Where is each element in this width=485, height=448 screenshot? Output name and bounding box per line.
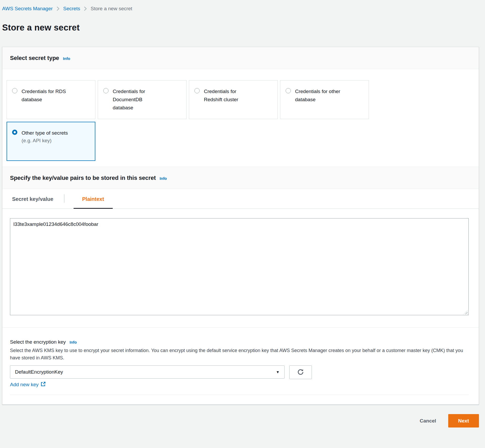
option-label: Credentials for RDS database	[22, 87, 66, 104]
radio-selected-icon[interactable]	[12, 130, 17, 135]
refresh-keys-button[interactable]	[289, 365, 312, 379]
radio-unselected-icon[interactable]	[286, 88, 291, 93]
option-credentials-documentdb[interactable]: Credentials for DocumentDB database	[98, 80, 187, 119]
option-label: Credentials for Redshift cluster	[204, 87, 238, 104]
cancel-button[interactable]: Cancel	[420, 418, 436, 424]
key-value-tabs: Secret key/value Plaintext	[2, 189, 479, 209]
option-label: Other type of secrets	[22, 130, 68, 136]
plaintext-secret-textarea[interactable]: l33te3xample01234d646c8c004foobar	[10, 218, 469, 315]
tab-plaintext[interactable]: Plaintext	[74, 189, 113, 208]
plaintext-editor-area: l33te3xample01234d646c8c004foobar	[2, 209, 479, 315]
secret-type-options: Credentials for RDS database Credentials…	[2, 69, 479, 167]
select-secret-type-header: Select secret type Info	[2, 47, 479, 69]
store-secret-panel: Select secret type Info Credentials for …	[2, 47, 479, 405]
encryption-key-info-link[interactable]: Info	[70, 340, 77, 344]
select-secret-type-heading: Select secret type	[10, 55, 59, 61]
encryption-key-selected-value: DefaultEncryptionKey	[15, 369, 63, 375]
tab-divider	[64, 194, 64, 203]
add-new-key-label: Add new key	[10, 382, 39, 388]
option-credentials-other-database[interactable]: Credentials for other database	[280, 80, 369, 119]
add-new-key-link[interactable]: Add new key	[10, 381, 46, 388]
option-other-type-of-secrets[interactable]: Other type of secrets (e.g. API key)	[7, 122, 95, 161]
radio-unselected-icon[interactable]	[103, 88, 109, 93]
secret-type-info-link[interactable]: Info	[63, 56, 70, 61]
option-credentials-rds[interactable]: Credentials for RDS database	[7, 80, 95, 119]
radio-unselected-icon[interactable]	[12, 88, 17, 93]
breadcrumb: AWS Secrets Manager Secrets Store a new …	[0, 0, 485, 12]
external-link-icon	[41, 381, 46, 388]
key-value-info-link[interactable]: Info	[160, 176, 167, 181]
wizard-footer: Cancel Next	[0, 414, 479, 427]
secret-type-row-1: Credentials for RDS database Credentials…	[7, 80, 474, 119]
breadcrumb-secrets[interactable]: Secrets	[63, 6, 80, 12]
select-caret-icon: ▼	[276, 370, 280, 374]
page-title: Store a new secret	[2, 23, 485, 33]
refresh-icon	[297, 368, 305, 377]
encryption-key-description: Select the AWS KMS key to use to encrypt…	[10, 347, 468, 362]
key-value-header: Specify the key/value pairs to be stored…	[2, 167, 479, 189]
next-button[interactable]: Next	[448, 414, 479, 427]
option-label: Credentials for other database	[295, 87, 340, 104]
option-credentials-redshift[interactable]: Credentials for Redshift cluster	[189, 80, 278, 119]
chevron-right-icon	[84, 6, 87, 11]
tab-secret-key-value[interactable]: Secret key/value	[10, 189, 55, 208]
breadcrumb-current: Store a new secret	[91, 6, 132, 12]
option-label: Credentials for DocumentDB database	[113, 87, 145, 112]
option-sublabel: (e.g. API key)	[22, 138, 51, 143]
breadcrumb-aws-secrets-manager[interactable]: AWS Secrets Manager	[2, 6, 53, 12]
encryption-key-section: Select the encryption key Info Select th…	[2, 328, 479, 404]
key-value-heading: Specify the key/value pairs to be stored…	[10, 175, 156, 181]
encryption-key-select[interactable]: DefaultEncryptionKey ▼	[10, 365, 285, 379]
encryption-key-label: Select the encryption key	[10, 339, 66, 345]
chevron-right-icon	[56, 6, 60, 11]
radio-unselected-icon[interactable]	[194, 88, 200, 93]
